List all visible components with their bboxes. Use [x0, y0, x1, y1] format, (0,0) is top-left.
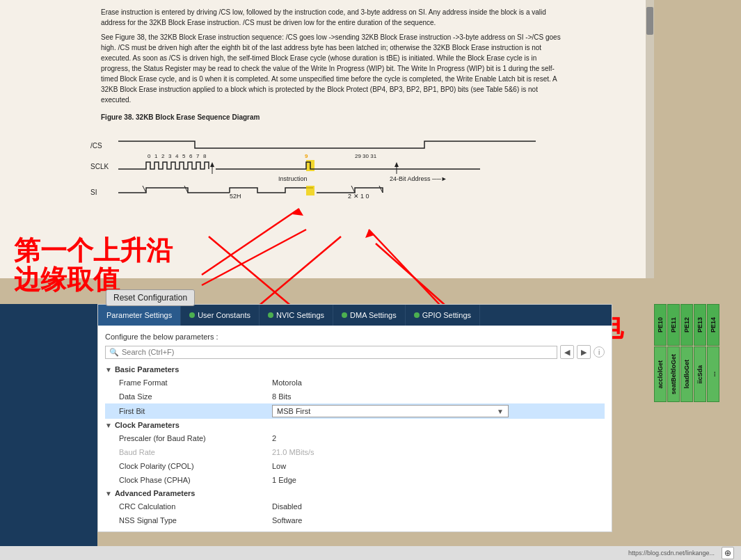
param-row-data-size: Data Size 8 Bits [105, 390, 605, 403]
param-label-crc: CRC Calculation [119, 502, 272, 511]
pe-cell-pe10-text: PE10 [657, 317, 664, 333]
advanced-params-title: Advanced Parameters [115, 489, 196, 497]
tab-nvic-settings[interactable]: NVIC Settings [260, 305, 333, 326]
svg-text:4: 4 [175, 153, 179, 159]
pdf-content: Erase instruction is entered by driving … [90, 0, 577, 134]
tab-gpio-settings[interactable]: GPIO Settings [406, 305, 480, 326]
pe-cell-pe11[interactable]: PE11 [667, 304, 680, 346]
tab-user-constants[interactable]: User Constants [181, 305, 260, 326]
svg-rect-8 [306, 186, 314, 195]
pe-cell-iicsda[interactable]: iicSda [694, 346, 706, 402]
bottom-bar: https://blog.csdn.net/linkange... ⊕ [0, 546, 741, 560]
first-bit-value: MSB First [277, 407, 310, 415]
pdf-scrollbar[interactable] [646, 0, 654, 278]
basic-params-section: ▼ Basic Parameters Frame Format Motorola… [105, 363, 605, 419]
svg-text:7: 7 [196, 153, 200, 159]
param-label-nss: NSS Signal Type [119, 516, 272, 525]
timing-diagram-svg: /CS SCLK Instruction 24-Bit Address ──► … [90, 136, 577, 219]
param-value-nss: Software [272, 516, 605, 525]
info-icon[interactable]: i [593, 346, 605, 358]
svg-text:SCLK: SCLK [90, 163, 109, 170]
tab-dma-settings-label: DMA Settings [350, 311, 397, 319]
prev-arrow[interactable]: ◀ [560, 345, 574, 359]
param-value-prescaler: 2 [272, 434, 605, 442]
advanced-params-section: ▼ Advanced Parameters CRC Calculation Di… [105, 487, 605, 527]
clock-params-header[interactable]: ▼ Clock Parameters [105, 419, 605, 431]
clock-params-title: Clock Parameters [115, 421, 180, 429]
svg-text:SI: SI [90, 189, 97, 196]
param-select-first-bit[interactable]: MSB First ▼ [272, 405, 605, 417]
advanced-params-arrow: ▼ [105, 490, 112, 497]
param-row-cpol: Clock Polarity (CPOL) Low [105, 459, 605, 473]
pe-cell-pe13[interactable]: PE13 [694, 304, 706, 346]
param-row-prescaler: Prescaler (for Baud Rate) 2 [105, 431, 605, 445]
tab-user-constants-dot [189, 312, 195, 318]
tab-parameter-settings[interactable]: Parameter Settings [98, 305, 181, 326]
pe-col-4: PE14 ... [707, 304, 719, 527]
search-input-wrap[interactable]: 🔍 [105, 346, 557, 359]
pe-cell-loadloget[interactable]: loadloGet [680, 346, 693, 402]
pe-cell-misc[interactable]: ... [707, 346, 719, 402]
pe-cell-pe12[interactable]: PE12 [680, 304, 693, 346]
pe-cell-acclolget[interactable]: acclolGet [654, 346, 667, 402]
param-row-first-bit[interactable]: First Bit MSB First ▼ [105, 403, 605, 419]
config-panel: Parameter Settings User Constants NVIC S… [97, 304, 612, 532]
param-label-cpol: Clock Polarity (CPOL) [119, 462, 272, 470]
param-label-data-size: Data Size [119, 392, 272, 401]
zoom-button[interactable]: ⊕ [722, 547, 734, 559]
search-input[interactable] [122, 348, 553, 356]
param-value-data-size: 8 Bits [272, 392, 605, 401]
search-icon: 🔍 [109, 348, 119, 357]
pdf-scrollbar-thumb[interactable] [646, 7, 653, 35]
param-label-frame-format: Frame Format [119, 378, 272, 387]
svg-text:29 30 31: 29 30 31 [355, 153, 377, 159]
param-row-nss: NSS Signal Type Software [105, 513, 605, 527]
tab-parameter-settings-label: Parameter Settings [106, 311, 172, 319]
pe-cell-pe12-text: PE12 [683, 317, 690, 333]
first-bit-select[interactable]: MSB First ▼ [272, 405, 509, 417]
param-value-cpol: Low [272, 462, 605, 470]
svg-text:8: 8 [203, 153, 207, 159]
pe-cell-loadloget-text: loadloGet [683, 360, 690, 389]
pe-col-3: PE13 iicSda [694, 304, 706, 527]
svg-marker-3 [210, 162, 214, 167]
pe-cell-pe11-text: PE11 [670, 317, 677, 333]
clock-params-arrow: ▼ [105, 422, 112, 429]
first-bit-chevron: ▼ [497, 408, 504, 415]
pe-col-2: PE12 loadloGet [680, 304, 693, 527]
next-arrow[interactable]: ▶ [577, 345, 591, 359]
pe-columns: PE10 acclolGet PE11 seatBeltloGet PE12 l… [654, 304, 741, 527]
svg-text:24-Bit Address ──►: 24-Bit Address ──► [390, 175, 447, 182]
param-row-crc: CRC Calculation Disabled [105, 499, 605, 513]
pe-cell-pe10[interactable]: PE10 [654, 304, 667, 346]
pdf-paragraph2: See Figure 38, the 32KB Block Erase inst… [101, 32, 567, 105]
left-sidebar [0, 304, 97, 560]
search-bar: 🔍 ◀ ▶ i [105, 345, 605, 359]
pe-col-0: PE10 acclolGet [654, 304, 667, 527]
svg-marker-4 [395, 162, 399, 167]
pe-cell-pe13-text: PE13 [696, 317, 703, 333]
reset-config-button[interactable]: Reset Configuration [106, 289, 195, 306]
svg-text:2: 2 [161, 153, 165, 159]
param-label-baud-rate: Baud Rate [119, 448, 272, 456]
basic-params-arrow: ▼ [105, 366, 112, 374]
basic-params-header[interactable]: ▼ Basic Parameters [105, 363, 605, 376]
tab-gpio-settings-dot [414, 312, 420, 318]
pe-cell-seatbeltloget[interactable]: seatBeltloGet [667, 346, 680, 402]
advanced-params-header[interactable]: ▼ Advanced Parameters [105, 487, 605, 499]
pe-cell-pe14[interactable]: PE14 [707, 304, 719, 346]
param-value-crc: Disabled [272, 502, 605, 511]
pdf-figure-label: Figure 38. 32KB Block Erase Sequence Dia… [101, 112, 567, 122]
tab-dma-settings-dot [342, 312, 347, 318]
svg-text:9: 9 [305, 153, 308, 159]
tab-bar: Parameter Settings User Constants NVIC S… [98, 305, 612, 326]
tab-dma-settings[interactable]: DMA Settings [333, 305, 406, 326]
clock-params-section: ▼ Clock Parameters Prescaler (for Baud R… [105, 419, 605, 487]
basic-params-title: Basic Parameters [115, 365, 179, 374]
svg-text:5: 5 [182, 153, 186, 159]
pe-cell-misc-text: ... [710, 371, 717, 377]
param-value-baud-rate: 21.0 MBits/s [272, 448, 605, 456]
pe-cell-seatbeltloget-text: seatBeltloGet [670, 354, 677, 394]
pe-cell-iicsda-text: iicSda [696, 365, 703, 384]
svg-text:Instruction: Instruction [278, 175, 308, 182]
